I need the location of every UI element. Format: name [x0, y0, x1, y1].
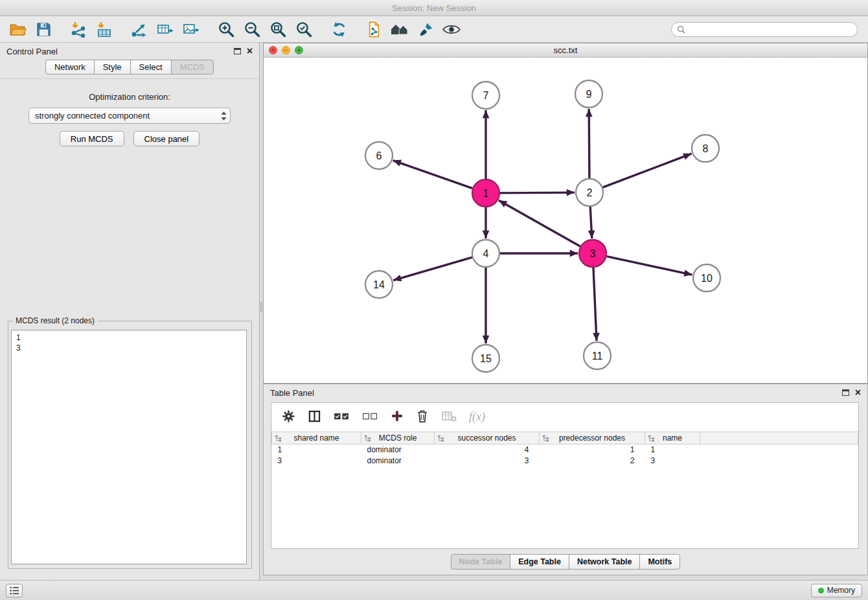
graph-edge-1-2[interactable]	[500, 192, 575, 193]
column-label: predecessor nodes	[559, 433, 625, 443]
zoom-in-button[interactable]	[215, 18, 237, 40]
refresh-button[interactable]	[328, 18, 350, 40]
open-folder-icon	[9, 21, 27, 38]
import-table-button[interactable]	[93, 18, 115, 40]
table-settings-button[interactable]	[282, 410, 295, 425]
splitter-handle[interactable]	[260, 302, 262, 312]
graph-edge-2-8[interactable]	[603, 154, 692, 187]
delete-table-button[interactable]	[441, 410, 457, 424]
zoom-out-button[interactable]	[241, 18, 263, 40]
tab-node-table[interactable]: Node Table	[451, 554, 510, 570]
float-panel-icon[interactable]	[234, 48, 241, 54]
graph-edge-3-1[interactable]	[499, 200, 580, 246]
graph-node-label: 3	[590, 248, 596, 259]
window-close-button[interactable]: ×	[269, 46, 277, 54]
network-canvas[interactable]: 7968124314101511	[264, 58, 867, 383]
mcds-result-list[interactable]: 1 3	[11, 330, 247, 564]
graph-edge-2-9[interactable]	[589, 109, 589, 178]
table-cell: 1	[645, 444, 700, 456]
graph-node-1[interactable]: 1	[472, 179, 499, 207]
graph-node-15[interactable]: 15	[472, 345, 499, 372]
import-network-icon	[69, 20, 87, 38]
criterion-dropdown[interactable]: strongly connected component	[29, 108, 231, 124]
table-row[interactable]: 3dominator323	[272, 456, 858, 467]
graph-edge-3-10[interactable]	[607, 257, 692, 275]
graph-edge-2-3[interactable]	[590, 207, 592, 238]
export-network-button[interactable]	[128, 18, 150, 40]
tab-network[interactable]: Network	[45, 60, 95, 75]
document-network-button[interactable]	[363, 18, 385, 40]
window-maximize-button[interactable]: +	[295, 46, 303, 54]
zoom-selected-button[interactable]	[293, 18, 315, 40]
column-header-mcds-role[interactable]: MCDS role	[361, 432, 435, 444]
document-network-icon	[365, 21, 383, 38]
graph-node-label: 2	[587, 187, 593, 198]
tab-style[interactable]: Style	[94, 60, 131, 75]
tab-network-table[interactable]: Network Table	[569, 554, 641, 570]
graph-node-7[interactable]: 7	[472, 82, 499, 109]
zoom-fit-icon	[269, 21, 287, 38]
close-panel-button[interactable]: Close panel	[133, 131, 200, 146]
graph-node-14[interactable]: 14	[365, 271, 393, 298]
column-header-predecessor-nodes[interactable]: predecessor nodes	[540, 432, 645, 444]
tab-motifs[interactable]: Motifs	[639, 554, 680, 570]
export-image-button[interactable]	[180, 18, 202, 40]
table-cell: dominator	[361, 444, 435, 456]
column-header-successor-nodes[interactable]: successor nodes	[435, 432, 540, 444]
graph-node-4[interactable]: 4	[472, 240, 499, 267]
list-icon	[10, 586, 19, 595]
close-table-panel-icon[interactable]: ×	[855, 388, 861, 397]
save-session-button[interactable]	[32, 18, 54, 40]
show-hide-details-button[interactable]	[440, 18, 463, 40]
graph-edge-3-11[interactable]	[593, 268, 597, 341]
style-paint-button[interactable]	[415, 18, 437, 40]
select-all-button[interactable]	[334, 411, 350, 424]
graph-node-11[interactable]: 11	[584, 342, 611, 369]
float-table-panel-icon[interactable]	[842, 389, 849, 396]
graph-node-2[interactable]: 2	[576, 179, 603, 206]
window-minimize-button[interactable]: −	[282, 46, 290, 54]
deselect-all-button[interactable]	[362, 411, 378, 424]
tab-edge-table[interactable]: Edge Table	[510, 554, 569, 570]
graph-edge-4-14[interactable]	[393, 257, 472, 281]
network-window-titlebar[interactable]: × − + scc.txt	[264, 43, 867, 58]
graph-node-6[interactable]: 6	[365, 142, 393, 169]
graph-node-label: 9	[586, 89, 592, 100]
tab-mcds[interactable]: MCDS	[171, 60, 214, 75]
memory-button[interactable]: Memory	[811, 584, 862, 597]
control-panel-header: Control Panel ×	[0, 43, 259, 60]
task-history-button[interactable]	[6, 584, 23, 597]
graph-edge-1-6[interactable]	[393, 161, 473, 189]
network-view-window: × − + scc.txt 7968124314101511	[263, 43, 868, 384]
tab-select[interactable]: Select	[130, 60, 172, 75]
search-box[interactable]	[671, 22, 858, 37]
close-panel-icon[interactable]: ×	[247, 47, 253, 56]
column-options-icon	[275, 435, 282, 442]
import-network-button[interactable]	[67, 18, 89, 40]
table-row[interactable]: 1dominator411	[272, 444, 858, 456]
home-button[interactable]	[389, 18, 411, 40]
add-column-button[interactable]	[391, 410, 404, 424]
function-builder-button[interactable]: f(x)	[469, 410, 485, 424]
column-options-icon	[437, 435, 444, 442]
column-label: name	[663, 433, 682, 443]
search-input[interactable]	[685, 25, 852, 34]
graph-node-3[interactable]: 3	[579, 240, 606, 267]
column-header-name[interactable]: name	[645, 432, 700, 444]
delete-column-button[interactable]	[416, 409, 429, 425]
column-header-shared-name[interactable]: shared name	[272, 432, 361, 444]
export-table-button[interactable]	[154, 18, 176, 40]
network-graph[interactable]: 7968124314101511	[264, 58, 867, 384]
run-mcds-button[interactable]: Run MCDS	[60, 131, 124, 146]
graph-node-10[interactable]: 10	[693, 264, 720, 292]
delete-table-icon	[441, 410, 457, 422]
show-columns-button[interactable]	[308, 410, 321, 425]
zoom-selected-icon	[295, 21, 313, 38]
share-network-icon	[130, 20, 148, 38]
zoom-fit-button[interactable]	[267, 18, 289, 40]
graph-node-label: 11	[592, 351, 603, 362]
open-session-button[interactable]	[6, 18, 29, 40]
search-icon	[677, 25, 685, 34]
graph-node-8[interactable]: 8	[692, 135, 719, 162]
graph-node-9[interactable]: 9	[575, 80, 602, 108]
